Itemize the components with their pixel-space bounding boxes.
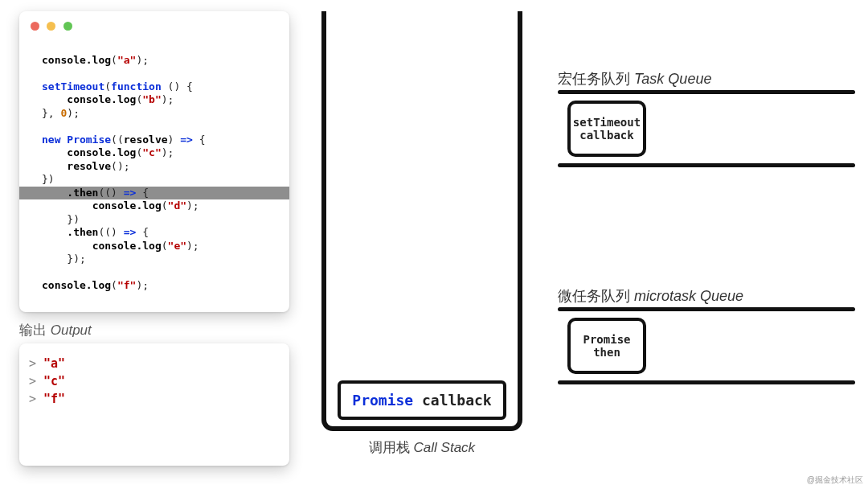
microtask-queue-body: Promise then	[558, 311, 855, 380]
microtask-queue-item: Promise then	[567, 318, 646, 374]
code-line: })	[31, 213, 289, 227]
code-block: console.log("a"); setTimeout(function ()…	[19, 34, 289, 293]
task-queue-lane: setTimeout callback	[558, 90, 855, 167]
code-line	[31, 120, 289, 134]
code-line: resolve();	[31, 160, 289, 174]
code-editor-panel: console.log("a"); setTimeout(function ()…	[19, 11, 289, 312]
code-line: .then(() => {	[31, 226, 289, 240]
code-line	[31, 40, 289, 54]
code-line: console.log("a");	[31, 54, 289, 68]
minimize-dot-icon	[47, 22, 55, 31]
code-line: console.log("c");	[31, 146, 289, 160]
code-line: console.log("f");	[31, 279, 289, 293]
microtask-queue-heading: 微任务队列 microtask Queue	[558, 286, 743, 306]
call-stack-container: Promise callback	[321, 11, 522, 431]
lane-border-bottom	[558, 163, 855, 167]
close-dot-icon	[31, 22, 39, 31]
code-line: console.log("e");	[31, 240, 289, 253]
output-panel: > "a"> "c"> "f"	[19, 343, 289, 466]
output-heading: 输出 Output	[19, 321, 92, 339]
code-line: .then(() => {	[31, 187, 289, 200]
code-line	[31, 266, 289, 280]
code-line	[31, 67, 289, 80]
code-line: setTimeout(function () {	[31, 80, 289, 94]
output-line: > "a"	[29, 355, 280, 372]
code-line: new Promise((resolve) => {	[31, 134, 289, 147]
window-controls	[19, 19, 289, 34]
call-stack-frame: Promise callback	[338, 380, 506, 420]
output-line: > "f"	[29, 390, 280, 408]
zoom-dot-icon	[63, 22, 72, 31]
task-queue-body: setTimeout callback	[558, 94, 855, 163]
task-queue-item: setTimeout callback	[567, 101, 646, 157]
task-queue-heading: 宏任务队列 Task Queue	[558, 69, 711, 88]
diagram-stage: console.log("a"); setTimeout(function ()…	[0, 0, 868, 489]
code-line: })	[31, 173, 289, 187]
code-line: });	[31, 253, 289, 266]
microtask-queue-lane: Promise then	[558, 307, 855, 384]
watermark: @掘金技术社区	[807, 475, 863, 486]
lane-border-bottom	[558, 380, 855, 384]
code-line: console.log("d");	[31, 199, 289, 213]
call-stack-heading: 调用栈 Call Stack	[321, 438, 522, 457]
output-line: > "c"	[29, 372, 280, 390]
code-line: }, 0);	[31, 107, 289, 121]
code-line: console.log("b");	[31, 93, 289, 107]
